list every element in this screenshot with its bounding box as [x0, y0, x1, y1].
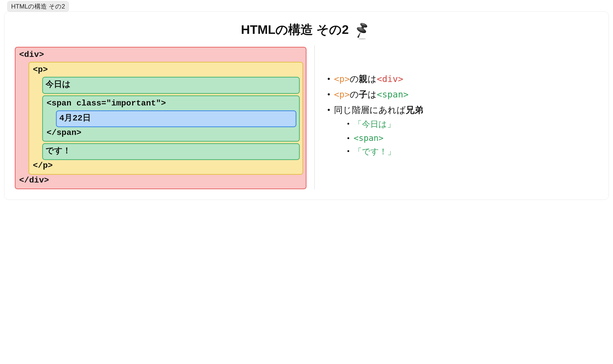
word-siblings: 兄弟 — [406, 105, 423, 115]
box-div: <div> <p> 今日は <span class="important"> 4… — [15, 47, 306, 189]
sibling-2: <span> — [346, 133, 598, 143]
txt: は — [368, 89, 377, 99]
tag-p-close: </p> — [32, 160, 300, 171]
note-child: <p>の子は<span> — [325, 89, 598, 101]
code-p: <p> — [334, 74, 350, 84]
tag-p-open: <p> — [32, 64, 300, 75]
txt: 同じ階層にあれば — [334, 105, 406, 115]
sibling-1: 「今日は」 — [346, 119, 598, 130]
sibling-today: 「今日は」 — [354, 119, 395, 129]
notes-list: <p>の親は<div> <p>の子は<span> 同じ階層にあれば兄弟 「今日は… — [325, 73, 598, 161]
slide-panel: HTMLの構造 その2 — [4, 11, 609, 200]
svg-point-3 — [358, 38, 366, 40]
txt: の — [350, 89, 359, 99]
code-p: <p> — [334, 89, 350, 100]
box-span: <span class="important"> 4月22日 </span> — [42, 95, 300, 142]
siblings-sublist: 「今日は」 <span> 「です！」 — [346, 119, 598, 157]
box-text-desu: です！ — [42, 143, 300, 160]
page-title: HTMLの構造 その2 — [241, 21, 349, 38]
structure-diagram: <div> <p> 今日は <span class="important"> 4… — [15, 45, 306, 189]
notes-column: <p>の親は<div> <p>の子は<span> 同じ階層にあれば兄弟 「今日は… — [314, 45, 598, 189]
note-siblings: 同じ階層にあれば兄弟 「今日は」 <span> 「です！」 — [325, 104, 598, 157]
text-date: 4月22日 — [59, 113, 91, 123]
txt: は — [368, 74, 377, 84]
box-p: <p> 今日は <span class="important"> 4月22日 <… — [28, 62, 303, 175]
txt: の — [350, 74, 359, 84]
title-row: HTMLの構造 その2 — [15, 19, 598, 40]
box-text-today: 今日は — [42, 77, 300, 94]
sibling-3: 「です！」 — [346, 146, 598, 157]
note-parent: <p>の親は<div> — [325, 73, 598, 85]
word-child: 子 — [359, 89, 368, 99]
sibling-span: <span> — [354, 133, 384, 143]
code-div: <div> — [377, 74, 403, 84]
word-parent: 親 — [359, 74, 368, 84]
code-span: <span> — [377, 89, 408, 100]
tag-span-open: <span class="important"> — [46, 98, 296, 109]
text-today: 今日は — [46, 80, 71, 89]
sibling-desu: 「です！」 — [354, 147, 396, 156]
tag-div-close: </div> — [18, 175, 303, 186]
tag-span-close: </span> — [46, 127, 296, 138]
tab-label: HTMLの構造 その2 — [7, 1, 69, 12]
pin-icon — [351, 19, 372, 40]
text-desu: です！ — [46, 146, 71, 156]
tag-div-open: <div> — [18, 49, 303, 60]
box-date: 4月22日 — [56, 110, 296, 127]
